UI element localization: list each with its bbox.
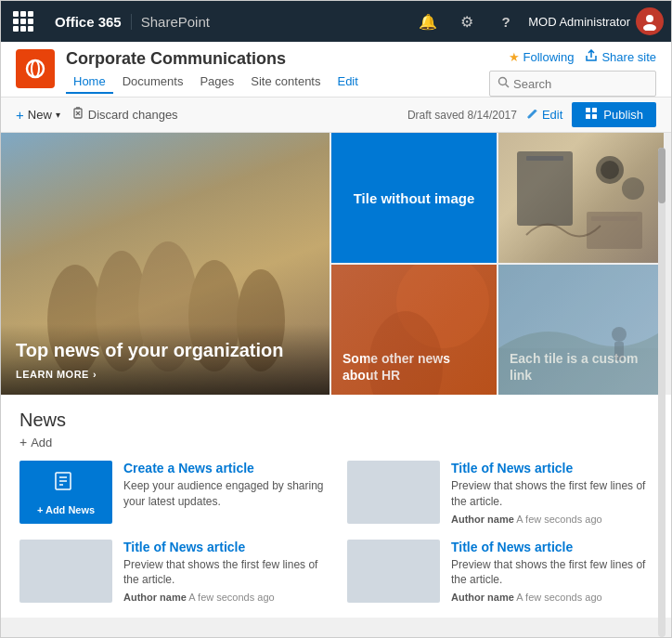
- news-content-1: Title of News article Preview that shows…: [451, 461, 653, 525]
- svg-rect-30: [614, 342, 624, 360]
- settings-icon[interactable]: ⚙: [454, 8, 480, 34]
- news-meta-2: Author name A few seconds ago: [123, 592, 325, 603]
- svg-point-1: [643, 24, 656, 31]
- nav-icons: 🔔 ⚙ ?: [415, 8, 519, 34]
- news-add-icon: [54, 469, 78, 499]
- edit-link-button[interactable]: Edit: [526, 108, 562, 123]
- share-button[interactable]: Share site: [585, 49, 656, 65]
- sharepoint-label: SharePoint: [141, 14, 415, 30]
- bell-icon[interactable]: 🔔: [415, 8, 441, 34]
- news-item-2: Title of News article Preview that shows…: [19, 540, 325, 604]
- add-news-section-button[interactable]: + Add: [19, 435, 52, 449]
- waffle-button[interactable]: [8, 7, 38, 36]
- header-top-actions: ★ Following Share site: [509, 49, 656, 65]
- news-title-2[interactable]: Title of News article: [123, 540, 325, 554]
- main-content: News + Add + Add News: [1, 395, 671, 618]
- svg-point-3: [32, 60, 39, 77]
- news-preview-2: Preview that shows the first few lines o…: [123, 557, 325, 589]
- nav-site-contents[interactable]: Site contents: [243, 71, 328, 94]
- svg-rect-28: [498, 265, 664, 348]
- hero-main-title: Top news of your organization: [16, 339, 315, 361]
- svg-point-2: [27, 60, 44, 77]
- add-news-label[interactable]: + Add News: [37, 504, 95, 515]
- toolbar-left: + New ▾ Discard changes: [16, 107, 178, 123]
- user-badge[interactable]: MOD Administrator: [528, 7, 664, 35]
- nav-pages[interactable]: Pages: [192, 71, 241, 94]
- draft-saved: Draft saved 8/14/2017: [407, 109, 517, 122]
- news-title-1[interactable]: Title of News article: [451, 461, 653, 475]
- news-item-1: Title of News article Preview that shows…: [347, 461, 653, 525]
- nav-home[interactable]: Home: [66, 71, 113, 94]
- toolbar-right: Draft saved 8/14/2017 Edit Publish: [407, 102, 656, 127]
- site-logo-area: Corporate Communications Home Documents …: [16, 49, 366, 94]
- svg-point-23: [622, 177, 644, 200]
- avatar: [636, 7, 664, 35]
- following-button[interactable]: ★ Following: [509, 50, 575, 64]
- hero-tile-sky[interactable]: Each tile is a custom link: [498, 265, 664, 395]
- svg-point-29: [612, 327, 627, 342]
- hero-tile-orange[interactable]: Some other news about HR: [331, 265, 497, 395]
- top-nav: Office 365 SharePoint 🔔 ⚙ ? MOD Administ…: [1, 1, 671, 42]
- publish-icon: [585, 107, 598, 123]
- search-icon: [498, 75, 510, 92]
- site-header: Corporate Communications Home Documents …: [1, 42, 671, 98]
- hero-tile-photo[interactable]: [498, 133, 664, 263]
- hero-tile-no-image[interactable]: Tile without image: [331, 133, 497, 263]
- nav-documents[interactable]: Documents: [115, 71, 191, 94]
- discard-button[interactable]: Discard changes: [71, 107, 178, 123]
- plus-icon: +: [16, 107, 24, 123]
- news-thumb-3: [347, 540, 440, 603]
- news-content-3: Title of News article Preview that shows…: [451, 540, 653, 604]
- hero-tile-no-image-text: Tile without image: [354, 190, 475, 206]
- help-icon[interactable]: ?: [493, 8, 519, 34]
- office365-label[interactable]: Office 365: [45, 14, 132, 30]
- news-thumb-2: [19, 540, 112, 603]
- news-title-3[interactable]: Title of News article: [451, 540, 653, 554]
- news-meta-1: Author name A few seconds ago: [451, 514, 653, 525]
- user-name: MOD Administrator: [528, 15, 630, 29]
- add-news-thumbnail[interactable]: + Add News: [19, 461, 112, 524]
- pencil-icon: [526, 108, 538, 123]
- scrollbar[interactable]: [658, 148, 666, 637]
- search-box: [489, 71, 656, 97]
- publish-button[interactable]: Publish: [572, 102, 656, 127]
- toolbar: + New ▾ Discard changes Draft saved 8/14…: [1, 98, 671, 133]
- news-item-3: Title of News article Preview that shows…: [347, 540, 653, 604]
- create-news-content: Create a News article Keep your audience…: [123, 461, 325, 514]
- news-thumb-1: [347, 461, 440, 524]
- discard-icon: [71, 107, 84, 123]
- news-content-2: Title of News article Preview that shows…: [123, 540, 325, 604]
- share-icon: [585, 49, 598, 65]
- svg-rect-13: [592, 114, 597, 119]
- scroll-thumb[interactable]: [658, 148, 666, 203]
- site-title-nav: Corporate Communications Home Documents …: [66, 49, 366, 94]
- header-actions: ★ Following Share site: [489, 49, 656, 97]
- news-grid: + Add News Create a News article Keep yo…: [19, 461, 653, 603]
- svg-rect-10: [586, 108, 590, 112]
- news-section-title: News: [19, 410, 653, 431]
- svg-rect-20: [526, 156, 563, 161]
- search-input[interactable]: [513, 77, 648, 91]
- hero-learn-more[interactable]: LEARN MORE ›: [16, 369, 315, 380]
- svg-point-4: [499, 78, 507, 85]
- site-title: Corporate Communications: [66, 49, 366, 69]
- site-logo: [16, 49, 55, 88]
- hero-main-tile[interactable]: Top news of your organization LEARN MORE…: [1, 133, 330, 395]
- new-button[interactable]: + New ▾: [16, 107, 60, 123]
- svg-rect-19: [517, 151, 573, 226]
- svg-line-5: [506, 85, 510, 88]
- star-icon: ★: [509, 50, 520, 64]
- svg-rect-12: [586, 114, 590, 119]
- hero-main-overlay: Top news of your organization LEARN MORE…: [1, 324, 330, 395]
- plus-add-icon: +: [19, 435, 27, 449]
- hero-section: Top news of your organization LEARN MORE…: [1, 133, 671, 395]
- create-news-title[interactable]: Create a News article: [123, 461, 325, 475]
- create-news-item: + Add News Create a News article Keep yo…: [19, 461, 325, 525]
- svg-rect-11: [592, 108, 597, 112]
- nav-edit[interactable]: Edit: [330, 71, 365, 94]
- svg-rect-25: [591, 216, 638, 221]
- page-wrapper: Office 365 SharePoint 🔔 ⚙ ? MOD Administ…: [0, 0, 672, 638]
- news-preview-3: Preview that shows the first few lines o…: [451, 557, 653, 589]
- chevron-right-icon: ›: [93, 369, 97, 380]
- svg-point-0: [646, 15, 653, 22]
